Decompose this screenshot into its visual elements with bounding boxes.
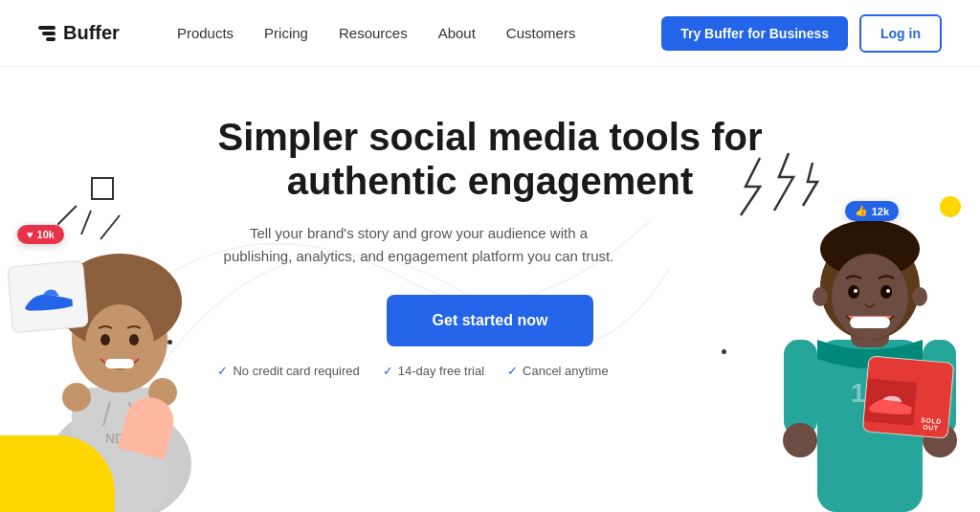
svg-rect-32 [923,340,956,435]
hero-section: ♥ 10k [0,67,980,512]
product-card-right: SOLD OUT [862,355,955,439]
headline-line1: Simpler social media tools for [217,116,762,158]
heart-icon: ♥ [27,229,33,240]
svg-point-29 [912,287,927,306]
yellow-shape [0,435,115,512]
person-right-svg: 10 [760,148,980,512]
sketch-circle-left [91,177,114,200]
logo-link[interactable]: Buffer [38,22,120,44]
svg-point-28 [813,287,828,306]
logo-icon [38,26,56,41]
nav-item-about[interactable]: About [438,25,476,41]
svg-rect-17 [864,378,918,426]
svg-text:10: 10 [851,378,880,408]
header: Buffer Products Pricing Resources About … [0,0,980,67]
logo-text: Buffer [63,22,120,44]
nav-item-products[interactable]: Products [177,25,234,41]
feature-free-trial: ✓ 14-day free trial [383,364,484,378]
svg-text:ND: ND [105,431,124,446]
svg-point-25 [880,285,892,299]
right-badge-count: 12k [872,206,889,217]
nav-item-pricing[interactable]: Pricing [264,25,308,41]
svg-point-27 [886,289,890,293]
product-card-svg [863,368,919,434]
svg-point-24 [848,285,859,299]
svg-rect-18 [817,340,923,512]
nav-item-customers[interactable]: Customers [506,25,576,41]
like-icon: 👍 [855,205,868,217]
sold-out-badge: SOLD OUT [913,414,948,434]
svg-rect-31 [784,340,817,435]
hero-subtext: Tell your brand's story and grow your au… [217,222,619,268]
nav-item-resources[interactable]: Resources [339,25,408,41]
svg-point-21 [820,220,920,278]
try-buffer-button[interactable]: Try Buffer for Business [661,16,848,51]
check-icon-1: ✓ [217,364,228,378]
get-started-button[interactable]: Get started now [387,295,594,346]
sneaker-icon [17,275,78,318]
yellow-dot [940,196,961,217]
features-row: ✓ No credit card required ✓ 14-day free … [217,364,762,378]
headline-line2: authentic engagement [287,160,694,202]
check-icon-2: ✓ [383,364,393,378]
feature-cancel: ✓ Cancel anytime [507,364,609,378]
svg-line-1 [81,211,91,234]
feature-2-text: 14-day free trial [398,364,484,378]
feature-3-text: Cancel anytime [523,364,609,378]
person-right: 10 [760,148,980,512]
svg-point-3 [48,407,191,512]
like-badge-left: ♥ 10k [17,225,64,244]
sneaker-card-left [7,260,89,334]
svg-point-26 [854,289,858,293]
svg-point-12 [62,383,91,412]
svg-point-10 [100,334,110,345]
login-button[interactable]: Log in [859,14,942,53]
svg-rect-23 [850,317,890,328]
feature-no-credit-card: ✓ No credit card required [217,364,359,378]
svg-line-14 [103,402,110,426]
header-actions: Try Buffer for Business Log in [661,14,942,53]
hero-headline: Simpler social media tools for authentic… [217,115,762,203]
svg-point-33 [783,423,817,457]
svg-point-34 [923,423,957,457]
feature-1-text: No credit card required [233,364,359,378]
svg-point-22 [832,254,908,340]
svg-line-0 [57,206,77,225]
main-nav: Products Pricing Resources About Custome… [177,25,661,41]
check-icon-3: ✓ [507,364,518,378]
svg-rect-19 [851,311,889,347]
left-badge-count: 10k [37,229,55,240]
like-badge-right: 👍 12k [845,201,899,221]
svg-point-20 [820,234,920,340]
hero-content: Simpler social media tools for authentic… [217,115,762,378]
